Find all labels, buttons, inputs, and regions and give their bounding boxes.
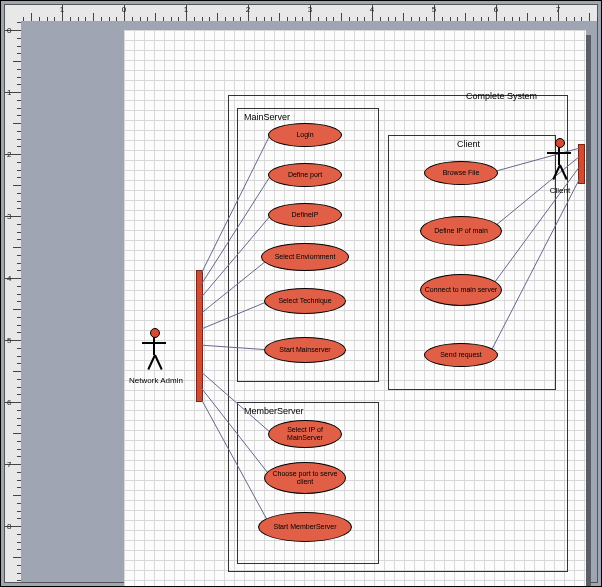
container-label-memberserver: MemberServer — [244, 406, 304, 416]
connector-bar-client[interactable] — [578, 144, 585, 184]
uc-label: Send request — [440, 351, 482, 359]
uc-label: Start MemberServer — [273, 523, 336, 531]
usecase-start-memberserver[interactable]: Start MemberServer — [258, 512, 352, 542]
uc-label: Select Enviornment — [275, 253, 336, 261]
usecase-select-environment[interactable]: Select Enviornment — [261, 243, 349, 271]
actor-label-admin: Network Admin — [126, 376, 186, 385]
actor-client[interactable] — [547, 138, 571, 188]
actor-head-icon — [555, 138, 565, 148]
drawing-canvas[interactable]: Complete System MainServer Client Member… — [124, 30, 586, 587]
uc-label: Connect to main server — [425, 286, 497, 294]
ruler-horizontal[interactable]: 1012345678 — [21, 5, 597, 22]
uc-label: Define port — [288, 171, 322, 179]
usecase-define-port[interactable]: Define port — [268, 163, 342, 187]
uc-label: Login — [296, 131, 313, 139]
app-inner: 1012345678 0123456789 Complete System Ma… — [4, 4, 598, 583]
uc-label: Start Mainserver — [279, 346, 330, 354]
uc-label: Choose port to serve client — [265, 470, 345, 485]
usecase-define-ip[interactable]: DefineIP — [268, 203, 342, 227]
usecase-connect-main[interactable]: Connect to main server — [420, 274, 502, 306]
uc-label: Define IP of main — [434, 227, 488, 235]
system-boundary-title: Complete System — [466, 91, 537, 101]
usecase-send-request[interactable]: Send request — [424, 343, 498, 367]
usecase-start-mainserver[interactable]: Start Mainserver — [264, 337, 346, 363]
uc-label: Select IP of MainServer — [269, 426, 341, 441]
ruler-vertical[interactable]: 0123456789 — [5, 21, 22, 582]
container-label-mainserver: MainServer — [244, 112, 290, 122]
usecase-define-ip-main[interactable]: Define IP of main — [420, 216, 502, 246]
actor-label-client: Client — [542, 186, 578, 195]
drawing-stage[interactable]: Complete System MainServer Client Member… — [21, 21, 597, 582]
uc-label: Browse File — [443, 169, 480, 177]
actor-network-admin[interactable] — [142, 328, 166, 378]
usecase-browse-file[interactable]: Browse File — [424, 161, 498, 185]
usecase-select-technique[interactable]: Select Technique — [264, 288, 346, 314]
ruler-corner — [5, 5, 22, 22]
app-window: 1012345678 0123456789 Complete System Ma… — [0, 0, 602, 587]
usecase-choose-port[interactable]: Choose port to serve client — [264, 462, 346, 494]
uc-label: DefineIP — [292, 211, 319, 219]
container-label-client: Client — [457, 139, 480, 149]
actor-head-icon — [150, 328, 160, 338]
connector-bar-admin[interactable] — [196, 270, 203, 402]
usecase-select-ip-mainserver[interactable]: Select IP of MainServer — [268, 420, 342, 448]
usecase-login[interactable]: Login — [268, 123, 342, 147]
uc-label: Select Technique — [278, 297, 331, 305]
